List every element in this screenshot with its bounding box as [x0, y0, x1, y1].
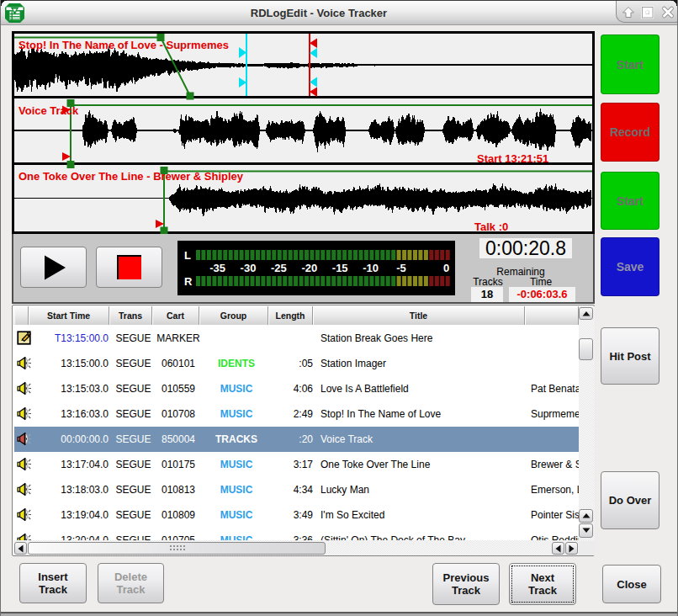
- svg-text:-15: -15: [332, 262, 348, 274]
- svg-text:Voice Track: Voice Track: [19, 104, 79, 117]
- svg-text:Start 13:21:51: Start 13:21:51: [477, 152, 548, 165]
- svg-text:One Toke Over The Line - Brewe: One Toke Over The Line - Brewer & Shiple…: [19, 170, 244, 183]
- svg-text:Talk :0: Talk :0: [474, 220, 508, 233]
- svg-text:-35: -35: [209, 262, 225, 274]
- svg-text:-10: -10: [363, 262, 379, 274]
- svg-text:-5: -5: [396, 262, 406, 274]
- svg-text:R: R: [184, 275, 193, 288]
- svg-text:0: 0: [443, 262, 449, 274]
- svg-text:-25: -25: [271, 262, 287, 274]
- svg-text:Stop! In The Name of Love - Su: Stop! In The Name of Love - Suprmemes: [19, 39, 229, 51]
- svg-text:-30: -30: [241, 262, 257, 274]
- svg-text:-20: -20: [301, 262, 317, 274]
- svg-text:L: L: [184, 249, 191, 262]
